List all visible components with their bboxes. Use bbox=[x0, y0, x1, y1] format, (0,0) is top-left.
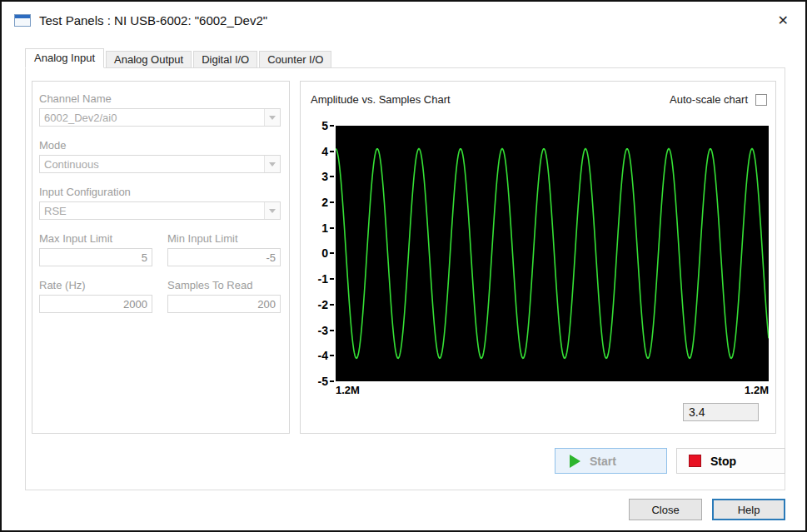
rate-samples-row: Rate (Hz) Samples To Read bbox=[39, 279, 281, 313]
tick-mark bbox=[330, 151, 334, 152]
tick-mark bbox=[330, 252, 334, 254]
y-tick-label: 4 bbox=[321, 145, 328, 158]
input-configuration-select[interactable]: RSE bbox=[39, 201, 281, 220]
tick-mark bbox=[330, 201, 334, 203]
y-tick-label: -3 bbox=[318, 324, 328, 337]
waveform-svg bbox=[336, 126, 769, 381]
y-tick-label: -5 bbox=[318, 375, 328, 388]
min-input-limit-group: Min Input Limit bbox=[167, 232, 281, 266]
waveform-chart bbox=[336, 126, 769, 381]
titlebar: Test Panels : NI USB-6002: "6002_Dev2" ✕ bbox=[2, 2, 805, 39]
mode-field-group: Mode Continuous bbox=[39, 139, 281, 173]
window-title: Test Panels : NI USB-6002: "6002_Dev2" bbox=[39, 13, 267, 27]
chevron-down-icon bbox=[264, 109, 280, 126]
input-configuration-label: Input Configuration bbox=[39, 186, 281, 198]
samples-to-read-label: Samples To Read bbox=[167, 279, 281, 291]
channel-name-select[interactable]: 6002_Dev2/ai0 bbox=[39, 108, 281, 127]
chevron-down-icon bbox=[264, 202, 280, 219]
y-tick: 1 bbox=[321, 221, 334, 235]
start-button[interactable]: Start bbox=[555, 448, 667, 474]
test-panels-window: Test Panels : NI USB-6002: "6002_Dev2" ✕… bbox=[0, 0, 807, 532]
tab-strip: Analog Input Analog Output Digital I/O C… bbox=[25, 48, 333, 68]
y-tick-label: -4 bbox=[318, 349, 328, 362]
tick-mark bbox=[330, 125, 334, 127]
stop-button[interactable]: Stop bbox=[676, 448, 785, 474]
play-icon bbox=[570, 455, 580, 468]
close-button[interactable]: Close bbox=[629, 499, 702, 520]
x-axis-end-label: 1.2M bbox=[745, 384, 769, 396]
y-tick: 2 bbox=[321, 196, 334, 209]
chart-panel: Amplitude vs. Samples Chart Auto-scale c… bbox=[300, 81, 776, 434]
window-close-button[interactable]: ✕ bbox=[775, 11, 792, 30]
tick-mark bbox=[330, 380, 334, 382]
analog-input-tab-page: Channel Name 6002_Dev2/ai0 Mode Continuo… bbox=[25, 67, 785, 490]
tab-analog-input[interactable]: Analog Input bbox=[25, 48, 104, 68]
app-icon bbox=[14, 14, 31, 27]
channel-name-value: 6002_Dev2/ai0 bbox=[40, 112, 264, 124]
sine-wave bbox=[336, 149, 769, 359]
y-tick: -3 bbox=[318, 324, 334, 337]
rate-label: Rate (Hz) bbox=[39, 279, 152, 291]
max-input-limit-group: Max Input Limit bbox=[39, 232, 152, 266]
tick-mark bbox=[330, 278, 334, 280]
y-tick: -2 bbox=[318, 298, 334, 311]
tab-counter-io[interactable]: Counter I/O bbox=[259, 51, 331, 68]
y-tick: -4 bbox=[318, 349, 334, 362]
help-button[interactable]: Help bbox=[712, 499, 785, 520]
tick-mark bbox=[330, 355, 334, 356]
input-configuration-value: RSE bbox=[40, 205, 264, 217]
min-input-limit-field[interactable] bbox=[167, 248, 281, 266]
stop-icon bbox=[689, 455, 701, 467]
last-sample-value: 3.4 bbox=[683, 403, 759, 421]
autoscale-label: Auto-scale chart bbox=[670, 93, 748, 106]
y-tick-label: 3 bbox=[321, 170, 328, 183]
chart-title: Amplitude vs. Samples Chart bbox=[311, 93, 451, 106]
auto-scale-checkbox[interactable] bbox=[755, 94, 767, 106]
stop-button-label: Stop bbox=[710, 455, 736, 468]
tab-analog-output[interactable]: Analog Output bbox=[106, 51, 192, 68]
tab-digital-io[interactable]: Digital I/O bbox=[193, 51, 257, 68]
autoscale-group: Auto-scale chart bbox=[670, 93, 767, 106]
channel-name-label: Channel Name bbox=[39, 92, 281, 105]
max-input-limit-field[interactable] bbox=[39, 248, 152, 266]
input-limit-row: Max Input Limit Min Input Limit bbox=[39, 232, 281, 266]
mode-value: Continuous bbox=[40, 158, 264, 171]
input-configuration-field-group: Input Configuration RSE bbox=[39, 186, 281, 220]
y-tick: 4 bbox=[321, 145, 334, 158]
y-tick: -1 bbox=[318, 272, 334, 286]
tick-mark bbox=[330, 304, 334, 306]
max-input-limit-label: Max Input Limit bbox=[39, 232, 152, 245]
channel-name-field-group: Channel Name 6002_Dev2/ai0 bbox=[39, 92, 281, 127]
y-tick-label: 5 bbox=[321, 119, 328, 132]
y-tick-label: -1 bbox=[318, 272, 328, 286]
start-button-label: Start bbox=[590, 455, 616, 468]
x-axis-start-label: 1.2M bbox=[336, 384, 360, 396]
y-tick-label: 1 bbox=[321, 221, 328, 235]
y-tick: 3 bbox=[321, 170, 334, 183]
samples-to-read-group: Samples To Read bbox=[167, 279, 281, 313]
y-tick-label: 0 bbox=[321, 246, 328, 260]
tick-mark bbox=[330, 330, 334, 331]
y-tick-label: 2 bbox=[321, 196, 328, 209]
rate-group: Rate (Hz) bbox=[39, 279, 152, 313]
y-axis-labels: 5 4 3 2 1 0 -1 -2 -3 -4 -5 bbox=[301, 119, 334, 388]
x-axis-labels: 1.2M 1.2M bbox=[336, 384, 769, 396]
y-tick: 5 bbox=[321, 119, 334, 132]
y-tick: -5 bbox=[318, 375, 334, 388]
y-tick: 0 bbox=[321, 246, 334, 260]
chart-header: Amplitude vs. Samples Chart Auto-scale c… bbox=[311, 93, 767, 106]
tick-mark bbox=[330, 227, 334, 229]
chevron-down-icon bbox=[264, 156, 280, 172]
mode-label: Mode bbox=[39, 139, 281, 152]
samples-to-read-field[interactable] bbox=[167, 295, 281, 313]
min-input-limit-label: Min Input Limit bbox=[167, 232, 281, 245]
tick-mark bbox=[330, 176, 334, 177]
y-tick-label: -2 bbox=[318, 298, 328, 311]
mode-select[interactable]: Continuous bbox=[39, 155, 281, 173]
config-panel: Channel Name 6002_Dev2/ai0 Mode Continuo… bbox=[32, 81, 290, 434]
rate-field[interactable] bbox=[39, 295, 152, 313]
